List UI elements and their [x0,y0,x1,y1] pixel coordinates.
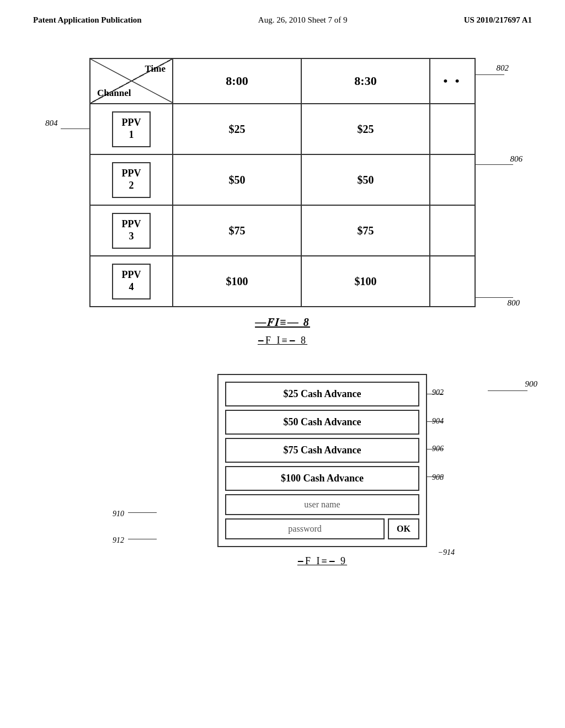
price-cell-ppv2-830: $50 [302,155,430,205]
publication-number: US 2010/217697 A1 [464,15,532,25]
grid-row-ppv2: PPV2 $50 $50 [90,155,475,206]
grid-header-row: Time Channel 8:00 8:30 • • [90,59,475,104]
grid-row-ppv4: PPV4 $100 $100 [90,256,475,306]
publication-title: Patent Application Publication [33,15,142,25]
time-cell-830: 8:30 [302,59,430,103]
figure-9-dialog: $25 Cash Advance $50 Cash Advance $75 Ca… [217,374,427,547]
password-field[interactable]: password [225,518,385,539]
price-cell-ppv3-800: $75 [173,206,302,255]
figure-8-container: 802 804 806 808 800 Time Channel [89,58,476,346]
price-cell-ppv4-800: $100 [173,256,302,306]
grid-corner-cell: Time Channel [90,59,173,103]
label-804: 804 [45,119,58,128]
cash-advance-100[interactable]: $100 Cash Advance [225,466,419,491]
figure-8-label: ―𝐹𝐼≡― 8 [89,316,476,329]
grid-row-ppv1: PPV1 $25 $25 [90,104,475,155]
channel-cell-ppv1: PPV1 [90,104,173,154]
ppv3-dots [430,206,475,250]
price-cell-ppv1-830: $25 [302,104,430,154]
ppv4-box: PPV4 [112,264,151,299]
price-cell-ppv2-800: $50 [173,155,302,205]
time-cell-800: 8:00 [173,59,302,103]
dots-cell: • • [430,59,475,103]
ok-button[interactable]: OK [388,518,419,539]
label-912: 912 [113,536,124,545]
time-830-label: 8:30 [354,74,376,88]
ppv1-dots [430,104,475,148]
ppv4-dots [430,256,475,301]
ppv2-box: PPV2 [112,162,151,198]
label-900: 900 [525,379,538,389]
channel-label: Channel [97,88,131,99]
time-label: Time [145,63,166,74]
ppv2-dots [430,155,475,199]
figure-9-container: 900 902 904 906 908 910 912 −914 $25 Cas… [157,374,488,567]
username-row: user name [225,494,419,515]
channel-cell-ppv2: PPV2 [90,155,173,205]
ppv3-box: PPV3 [112,213,151,249]
cash-advance-25[interactable]: $25 Cash Advance [225,382,419,406]
label-908: 908 [432,473,444,482]
label-910: 910 [113,510,124,518]
username-field[interactable]: user name [225,494,419,515]
page-content: 802 804 806 808 800 Time Channel [0,25,565,589]
label-914: −914 [438,548,455,557]
channel-cell-ppv3: PPV3 [90,206,173,255]
channel-cell-ppv4: PPV4 [90,256,173,306]
label-902: 902 [432,388,444,397]
cash-advance-75[interactable]: $75 Cash Advance [225,438,419,463]
time-800-label: 8:00 [226,74,248,88]
figure-8-grid: Time Channel 8:00 8:30 • • PPV1 $25 [89,58,476,307]
label-800: 800 [508,298,520,308]
cash-advance-50[interactable]: $50 Cash Advance [225,410,419,435]
price-cell-ppv4-830: $100 [302,256,430,306]
password-row: password OK [225,518,419,539]
grid-row-ppv3: PPV3 $75 $75 [90,206,475,256]
price-cell-ppv3-830: $75 [302,206,430,255]
page-header: Patent Application Publication Aug. 26, … [0,0,565,25]
label-802: 802 [497,63,509,73]
label-806: 806 [510,154,523,164]
fig8-caption: ‒F I≡‒ 8 [89,334,476,346]
dots-label: • • [444,74,462,88]
ppv1-box: PPV1 [112,111,151,147]
publication-date-sheet: Aug. 26, 2010 Sheet 7 of 9 [258,15,348,25]
price-cell-ppv1-800: $25 [173,104,302,154]
